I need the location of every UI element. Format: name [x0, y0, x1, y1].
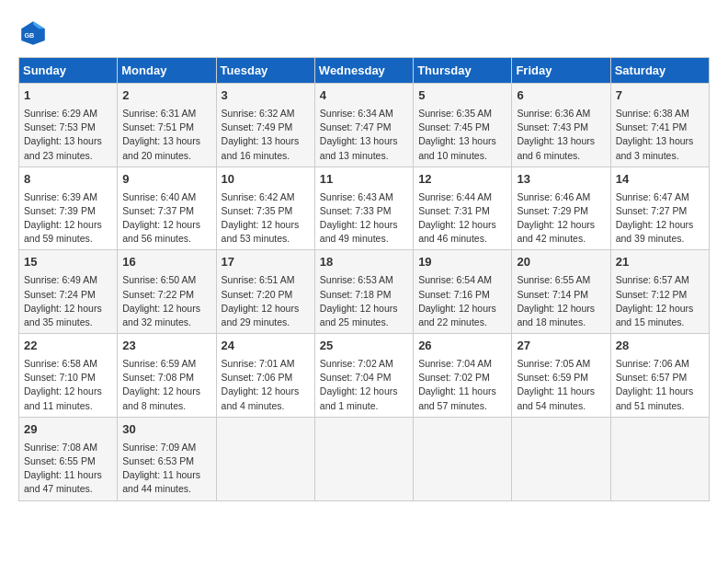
sunset-text: Sunset: 7:51 PM	[122, 121, 210, 134]
header: GB	[18, 18, 710, 48]
column-header-thursday: Thursday	[414, 58, 512, 84]
calendar-row: 29Sunrise: 7:08 AMSunset: 6:55 PMDayligh…	[19, 417, 710, 500]
calendar-cell: 21Sunrise: 6:57 AMSunset: 7:12 PMDayligh…	[610, 250, 709, 334]
calendar-cell: 13Sunrise: 6:46 AMSunset: 7:29 PMDayligh…	[512, 167, 610, 250]
calendar-cell: 22Sunrise: 6:58 AMSunset: 7:10 PMDayligh…	[19, 334, 118, 418]
calendar-cell: 24Sunrise: 7:01 AMSunset: 7:06 PMDayligh…	[216, 334, 314, 418]
daylight-text: Daylight: 11 hours and 51 minutes.	[616, 385, 704, 412]
day-number: 1	[24, 87, 112, 105]
sunrise-text: Sunrise: 6:58 AM	[24, 357, 112, 371]
sunset-text: Sunset: 7:27 PM	[616, 204, 704, 218]
sunset-text: Sunset: 7:22 PM	[122, 288, 210, 302]
sunset-text: Sunset: 7:18 PM	[320, 288, 408, 302]
sunset-text: Sunset: 7:53 PM	[24, 121, 112, 134]
sunrise-text: Sunrise: 7:02 AM	[320, 357, 408, 371]
day-number: 29	[24, 421, 112, 439]
daylight-text: Daylight: 12 hours and 49 minutes.	[320, 218, 408, 246]
day-number: 18	[320, 254, 408, 271]
calendar-row: 15Sunrise: 6:49 AMSunset: 7:24 PMDayligh…	[19, 250, 710, 334]
daylight-text: Daylight: 13 hours and 10 minutes.	[418, 134, 506, 162]
daylight-text: Daylight: 12 hours and 59 minutes.	[24, 218, 112, 246]
day-number: 30	[122, 421, 210, 439]
daylight-text: Daylight: 12 hours and 53 minutes.	[222, 218, 310, 246]
sunset-text: Sunset: 7:31 PM	[418, 204, 506, 218]
day-number: 13	[517, 171, 605, 189]
day-number: 21	[616, 254, 704, 271]
calendar-cell: 3Sunrise: 6:32 AMSunset: 7:49 PMDaylight…	[216, 84, 314, 167]
day-number: 6	[517, 87, 605, 105]
day-number: 10	[222, 171, 310, 189]
calendar-cell: 6Sunrise: 6:36 AMSunset: 7:43 PMDaylight…	[512, 84, 610, 167]
calendar-cell: 25Sunrise: 7:02 AMSunset: 7:04 PMDayligh…	[314, 334, 413, 418]
day-number: 9	[122, 171, 210, 189]
day-number: 12	[418, 171, 506, 189]
sunrise-text: Sunrise: 6:38 AM	[616, 107, 704, 121]
day-number: 26	[418, 338, 506, 355]
daylight-text: Daylight: 12 hours and 18 minutes.	[517, 302, 605, 329]
sunset-text: Sunset: 7:35 PM	[222, 204, 310, 218]
calendar-cell: 30Sunrise: 7:09 AMSunset: 6:53 PMDayligh…	[118, 417, 216, 500]
logo: GB	[18, 18, 51, 48]
calendar-cell	[610, 417, 709, 500]
day-number: 8	[24, 171, 112, 189]
column-header-tuesday: Tuesday	[216, 58, 314, 84]
daylight-text: Daylight: 11 hours and 44 minutes.	[122, 468, 210, 496]
calendar-cell	[216, 417, 314, 500]
calendar-cell: 15Sunrise: 6:49 AMSunset: 7:24 PMDayligh…	[19, 250, 118, 334]
daylight-text: Daylight: 11 hours and 54 minutes.	[517, 385, 605, 412]
calendar-cell: 16Sunrise: 6:50 AMSunset: 7:22 PMDayligh…	[118, 250, 216, 334]
calendar-cell: 4Sunrise: 6:34 AMSunset: 7:47 PMDaylight…	[314, 84, 413, 167]
calendar-cell	[314, 417, 413, 500]
day-number: 17	[222, 254, 310, 271]
day-number: 4	[320, 87, 408, 105]
sunset-text: Sunset: 7:45 PM	[418, 121, 506, 134]
sunrise-text: Sunrise: 6:29 AM	[24, 107, 112, 121]
sunrise-text: Sunrise: 6:59 AM	[122, 357, 210, 371]
sunrise-text: Sunrise: 6:46 AM	[517, 190, 605, 204]
sunrise-text: Sunrise: 6:42 AM	[222, 190, 310, 204]
day-number: 25	[320, 338, 408, 355]
header-row: SundayMondayTuesdayWednesdayThursdayFrid…	[19, 58, 710, 84]
sunset-text: Sunset: 6:57 PM	[616, 371, 704, 385]
daylight-text: Daylight: 12 hours and 1 minute.	[320, 385, 408, 412]
calendar-cell: 12Sunrise: 6:44 AMSunset: 7:31 PMDayligh…	[414, 167, 512, 250]
sunset-text: Sunset: 7:41 PM	[616, 121, 704, 134]
sunset-text: Sunset: 7:14 PM	[517, 288, 605, 302]
day-number: 27	[517, 338, 605, 355]
day-number: 23	[122, 338, 210, 355]
sunset-text: Sunset: 7:06 PM	[222, 371, 310, 385]
daylight-text: Daylight: 11 hours and 57 minutes.	[418, 385, 506, 412]
column-header-monday: Monday	[118, 58, 216, 84]
calendar-cell: 8Sunrise: 6:39 AMSunset: 7:39 PMDaylight…	[19, 167, 118, 250]
sunset-text: Sunset: 7:33 PM	[320, 204, 408, 218]
sunset-text: Sunset: 7:29 PM	[517, 204, 605, 218]
sunset-text: Sunset: 6:55 PM	[24, 454, 112, 468]
sunrise-text: Sunrise: 6:32 AM	[222, 107, 310, 121]
daylight-text: Daylight: 12 hours and 8 minutes.	[122, 385, 210, 412]
calendar-cell: 29Sunrise: 7:08 AMSunset: 6:55 PMDayligh…	[19, 417, 118, 500]
calendar-cell: 20Sunrise: 6:55 AMSunset: 7:14 PMDayligh…	[512, 250, 610, 334]
calendar-cell: 5Sunrise: 6:35 AMSunset: 7:45 PMDaylight…	[414, 84, 512, 167]
daylight-text: Daylight: 12 hours and 11 minutes.	[24, 385, 112, 412]
sunrise-text: Sunrise: 7:08 AM	[24, 441, 112, 454]
sunrise-text: Sunrise: 6:43 AM	[320, 190, 408, 204]
day-number: 11	[320, 171, 408, 189]
calendar-row: 8Sunrise: 6:39 AMSunset: 7:39 PMDaylight…	[19, 167, 710, 250]
column-header-wednesday: Wednesday	[314, 58, 413, 84]
sunrise-text: Sunrise: 6:35 AM	[418, 107, 506, 121]
calendar-cell: 28Sunrise: 7:06 AMSunset: 6:57 PMDayligh…	[610, 334, 709, 418]
sunset-text: Sunset: 7:12 PM	[616, 288, 704, 302]
sunset-text: Sunset: 7:39 PM	[24, 204, 112, 218]
sunset-text: Sunset: 7:20 PM	[222, 288, 310, 302]
daylight-text: Daylight: 12 hours and 39 minutes.	[616, 218, 704, 246]
sunset-text: Sunset: 7:47 PM	[320, 121, 408, 134]
sunset-text: Sunset: 7:04 PM	[320, 371, 408, 385]
daylight-text: Daylight: 13 hours and 23 minutes.	[24, 134, 112, 162]
svg-text:GB: GB	[24, 31, 34, 40]
daylight-text: Daylight: 12 hours and 46 minutes.	[418, 218, 506, 246]
sunset-text: Sunset: 7:43 PM	[517, 121, 605, 134]
sunset-text: Sunset: 7:08 PM	[122, 371, 210, 385]
day-number: 16	[122, 254, 210, 271]
sunrise-text: Sunrise: 6:57 AM	[616, 273, 704, 287]
day-number: 28	[616, 338, 704, 355]
